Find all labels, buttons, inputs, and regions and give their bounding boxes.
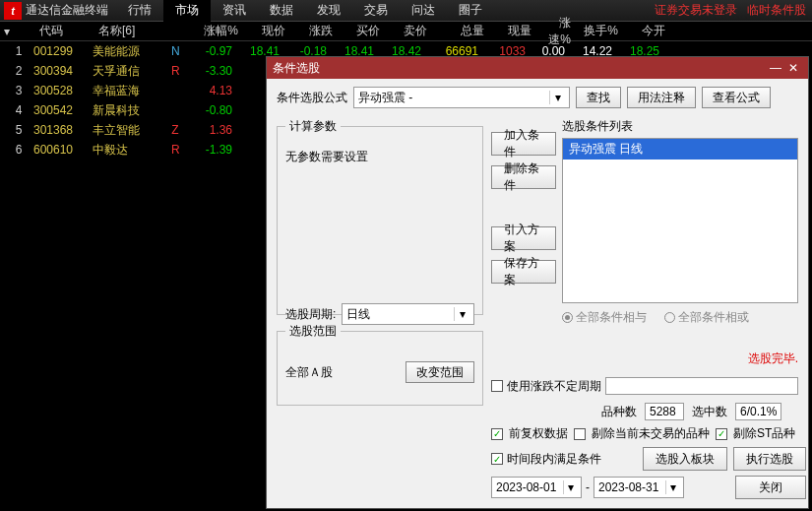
radio-and[interactable]: 全部条件相与 [562,309,647,326]
import-scheme-button[interactable]: 引入方案 [491,226,556,250]
col-spd[interactable]: 涨速% [535,15,575,48]
preadj-label: 前复权数据 [509,425,568,442]
condition-list[interactable]: 异动强震 日线 [562,138,798,303]
delst-label: 剔除ST品种 [733,425,795,442]
dropdown-icon[interactable]: ▾ [0,25,14,38]
chevron-down-icon[interactable]: ▾ [454,307,469,321]
main-menu: 行情 市场 资讯 数据 发现 交易 问达 圈子 [116,0,494,22]
col-cvol[interactable]: 现量 [488,23,535,39]
save-scheme-button[interactable]: 保存方案 [491,260,556,284]
col-pct[interactable]: 涨幅% [189,23,242,39]
undef-period-checkbox[interactable] [491,380,503,392]
chevron-down-icon[interactable]: ▾ [563,480,577,494]
col-chg[interactable]: 涨跌 [289,23,337,39]
timecond-label: 时间段内满足条件 [507,451,601,468]
col-name[interactable]: 名称[6] [94,23,173,39]
find-button[interactable]: 查找 [576,87,621,108]
period-value: 日线 [346,306,370,323]
menu-item[interactable]: 市场 [163,0,211,22]
col-tvol[interactable]: 总量 [431,23,488,39]
add-condition-button[interactable]: 加入条件 [491,132,556,156]
formula-combo[interactable]: 异动强震 - ▾ [353,87,570,108]
range-legend: 选股范围 [285,323,341,340]
date-to[interactable]: 2023-08-31▾ [593,477,684,498]
preadj-checkbox[interactable]: ✓ [491,428,503,440]
app-name: 通达信金融终端 [26,2,108,19]
table-header: ▾ 代码 名称[6] 涨幅% 现价 涨跌 买价 卖价 总量 现量 涨速% 换手%… [0,22,812,41]
app-logo: t [4,2,22,20]
col-price[interactable]: 现价 [242,23,289,39]
menu-item[interactable]: 发现 [305,0,352,22]
chevron-down-icon[interactable]: ▾ [665,480,679,494]
minimize-icon[interactable]: — [767,61,784,75]
delst-checkbox[interactable]: ✓ [716,428,727,440]
usage-button[interactable]: 用法注释 [627,87,696,108]
menu-item[interactable]: 圈子 [447,0,494,22]
count-label: 品种数 [601,404,637,420]
view-formula-button[interactable]: 查看公式 [702,87,771,108]
col-ask[interactable]: 卖价 [384,23,431,39]
hit-value: 6/0.1% [735,403,781,420]
topbar: t 通达信金融终端 行情 市场 资讯 数据 发现 交易 问达 圈子 证券交易未登… [0,0,812,22]
formula-value: 异动强震 - [358,90,412,106]
dialog-titlebar[interactable]: 条件选股 — ✕ [267,57,808,79]
close-icon[interactable]: ✕ [784,61,802,75]
cond-stock-alert[interactable]: 临时条件股 [747,2,806,19]
change-range-button[interactable]: 改变范围 [406,361,474,383]
close-button[interactable]: 关闭 [735,476,806,499]
params-legend: 计算参数 [285,118,341,135]
hit-label: 选中数 [692,404,727,420]
formula-label: 条件选股公式 [277,90,347,106]
period-combo[interactable]: 日线 ▾ [342,303,474,325]
col-code[interactable]: 代码 [35,23,94,39]
range-fieldset: 选股范围 全部Ａ股 改变范围 [277,323,483,406]
date-dash: - [586,480,590,494]
execute-button[interactable]: 执行选股 [733,447,806,471]
date-from[interactable]: 2023-08-01▾ [491,477,582,498]
col-turn[interactable]: 换手% [575,23,622,39]
col-bid[interactable]: 买价 [337,23,384,39]
into-block-button[interactable]: 选股入板块 [643,447,727,471]
menu-item[interactable]: 行情 [116,0,163,22]
period-label: 选股周期: [285,306,336,323]
delnontrade-checkbox[interactable] [574,428,586,440]
delnontrade-label: 剔除当前未交易的品种 [592,425,710,442]
dialog-title: 条件选股 [273,60,320,77]
range-value: 全部Ａ股 [285,364,333,381]
params-empty-text: 无参数需要设置 [285,149,474,165]
col-open[interactable]: 今开 [622,23,669,39]
radio-or[interactable]: 全部条件相或 [664,309,749,326]
status-text: 选股完毕. [562,351,798,367]
params-fieldset: 计算参数 无参数需要设置 选股周期: 日线 ▾ [277,118,483,315]
menu-item[interactable]: 数据 [258,0,305,22]
menu-item[interactable]: 交易 [352,0,400,22]
delete-condition-button[interactable]: 删除条件 [491,165,556,189]
menu-item[interactable]: 问达 [400,0,447,22]
chevron-down-icon[interactable]: ▾ [549,91,565,104]
undef-period-input[interactable] [605,377,798,395]
menu-item[interactable]: 资讯 [211,0,258,22]
undef-period-label: 使用涨跌不定周期 [507,378,601,395]
list-legend: 选股条件列表 [562,118,798,135]
list-item[interactable]: 异动强震 日线 [563,139,797,160]
condition-select-dialog: 条件选股 — ✕ 条件选股公式 异动强震 - ▾ 查找 用法注释 查看公式 计算… [266,56,809,509]
login-alert[interactable]: 证券交易未登录 [655,2,737,19]
timecond-checkbox[interactable]: ✓ [491,453,503,465]
count-value: 5288 [645,403,684,420]
